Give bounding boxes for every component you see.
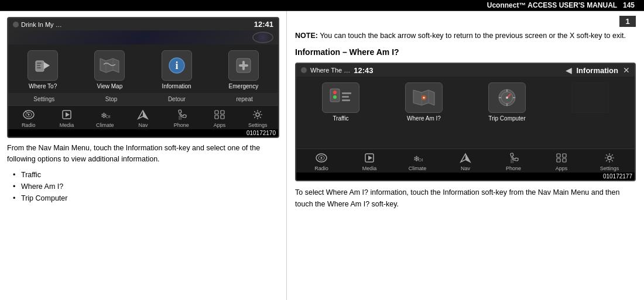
left-bottom-settings[interactable]: Settings [239, 108, 277, 128]
svg-rect-33 [342, 96, 349, 98]
radio-label: Radio [22, 122, 36, 128]
left-status-bar: Drink In My … [13, 21, 62, 28]
right-status-label: Where The … [310, 67, 350, 74]
information-icon-box[interactable]: i [162, 50, 192, 81]
left-bottom-icons-row: Radio Media ❄OFF Climate [8, 105, 278, 129]
right-bottom-phone[interactable]: ||| Phone [489, 151, 537, 171]
settings-btn[interactable]: Settings [29, 95, 59, 104]
svg-rect-2 [37, 63, 42, 64]
right-radio-label: Radio [314, 165, 328, 171]
svg-marker-52 [368, 156, 372, 160]
media-label: Media [60, 122, 74, 128]
right-column: 1 NOTE: You can touch the back arrow sof… [287, 11, 644, 300]
phone-label: Phone [174, 122, 189, 128]
nav-icon [135, 108, 151, 121]
svg-point-47 [506, 96, 508, 99]
right-icon-traffic[interactable]: Traffic [301, 82, 381, 122]
view-map-icon-box[interactable] [94, 50, 125, 81]
nav-label: Nav [138, 122, 148, 128]
note-text-block: NOTE: You can touch the back arrow soft-… [295, 30, 636, 42]
page-number-box: 1 [619, 16, 636, 27]
right-nav-icon [457, 151, 474, 164]
left-bottom-media[interactable]: Media [47, 108, 85, 128]
left-bottom-climate[interactable]: ❄OFF Climate [86, 108, 124, 128]
svg-point-28 [256, 113, 259, 116]
svg-rect-27 [221, 115, 224, 119]
right-phone-icon: ||| [505, 151, 522, 164]
where-to-icon-box[interactable] [28, 50, 58, 81]
nav-item-where-to[interactable]: Where To? [11, 50, 75, 89]
radio-icon [20, 108, 37, 121]
svg-text:i: i [175, 60, 178, 71]
right-nav-label: Nav [461, 165, 470, 171]
nav-item-emergency[interactable]: Emergency [211, 50, 276, 89]
nav-item-information[interactable]: i Information [145, 50, 209, 89]
left-status-label: Drink In My … [21, 21, 62, 28]
right-bottom-nav[interactable]: Nav [441, 151, 489, 171]
status-dot [13, 22, 19, 27]
where-am-i-label: Where Am I? [407, 115, 441, 122]
repeat-btn[interactable]: repeat [231, 95, 257, 104]
nav-label-emergency: Emergency [229, 83, 259, 89]
nav-item-view-map[interactable]: View Map [77, 50, 142, 89]
left-bottom-phone[interactable]: ||| Phone [162, 108, 200, 128]
right-nav-screen: Where The … 12:43 ◀ Information ✕ [295, 63, 636, 181]
right-screen-spacer [296, 125, 635, 149]
note-label: NOTE: [295, 32, 318, 40]
left-bottom-radio[interactable]: Radio [9, 108, 47, 128]
left-bottom-nav[interactable]: Nav [124, 108, 162, 128]
traffic-label: Traffic [333, 115, 348, 122]
right-icons-grid: Traffic Where Am I? [296, 77, 635, 125]
close-x-icon[interactable]: ✕ [623, 65, 630, 75]
left-bottom-apps[interactable]: Apps [200, 108, 238, 128]
right-media-label: Media [362, 165, 377, 171]
svg-rect-25 [221, 111, 224, 114]
left-text-content: From the Nav Main Menu, touch the Inform… [7, 143, 279, 204]
stop-btn[interactable]: Stop [101, 95, 122, 104]
apps-icon [211, 108, 228, 121]
right-page-header: 1 [295, 16, 636, 27]
svg-rect-4 [37, 67, 41, 68]
right-screen-header: Where The … 12:43 ◀ Information ✕ [296, 64, 635, 77]
right-bottom-settings[interactable]: Settings [585, 151, 633, 171]
right-media-icon [361, 151, 378, 164]
empty-icon-box [571, 82, 609, 113]
svg-rect-12 [239, 64, 248, 67]
svg-rect-60 [557, 158, 560, 162]
nav-label-where-to: Where To? [29, 83, 57, 89]
right-icon-trip-computer[interactable]: Trip Computer [467, 82, 547, 122]
back-arrow-icon[interactable]: ◀ [566, 65, 572, 75]
left-paragraph: From the Nav Main Menu, touch the Inform… [7, 143, 279, 165]
right-bottom-apps[interactable]: Apps [537, 151, 585, 171]
nav-label-view-map: View Map [97, 83, 123, 89]
right-climate-label: Climate [409, 165, 427, 171]
right-status-dot [301, 67, 307, 73]
svg-rect-3 [37, 65, 40, 66]
right-screen-time: 12:43 [354, 66, 373, 75]
right-bottom-media[interactable]: Media [345, 151, 393, 171]
svg-text:|||: ||| [511, 158, 514, 163]
trip-computer-icon-box[interactable] [488, 82, 526, 113]
where-am-i-icon-box[interactable] [405, 82, 443, 113]
right-apps-icon [553, 151, 570, 164]
right-radio-icon [313, 151, 330, 164]
right-bottom-climate[interactable]: ❄OFF Climate [393, 151, 441, 171]
climate-label: Climate [96, 122, 114, 128]
settings-label: Settings [248, 122, 268, 128]
nav-label-information: Information [162, 83, 191, 89]
apps-label: Apps [214, 122, 226, 128]
traffic-icon-box[interactable] [322, 82, 359, 113]
right-phone-label: Phone [506, 165, 521, 171]
phone-icon: ||| [173, 108, 190, 121]
svg-marker-5 [100, 58, 119, 73]
right-bottom-radio[interactable]: Radio [297, 151, 345, 171]
manual-title: Uconnect™ ACCESS USER'S MANUAL [487, 1, 617, 9]
bullet-item-where-am-i: Where Am I? [13, 181, 279, 192]
manual-header: Uconnect™ ACCESS USER'S MANUAL 145 [0, 0, 644, 11]
emergency-icon-box[interactable] [228, 50, 259, 81]
svg-point-39 [423, 97, 425, 99]
svg-rect-59 [563, 154, 566, 157]
svg-point-30 [333, 91, 337, 94]
right-icon-where-am-i[interactable]: Where Am I? [384, 82, 464, 122]
detour-btn[interactable]: Detour [163, 95, 190, 104]
